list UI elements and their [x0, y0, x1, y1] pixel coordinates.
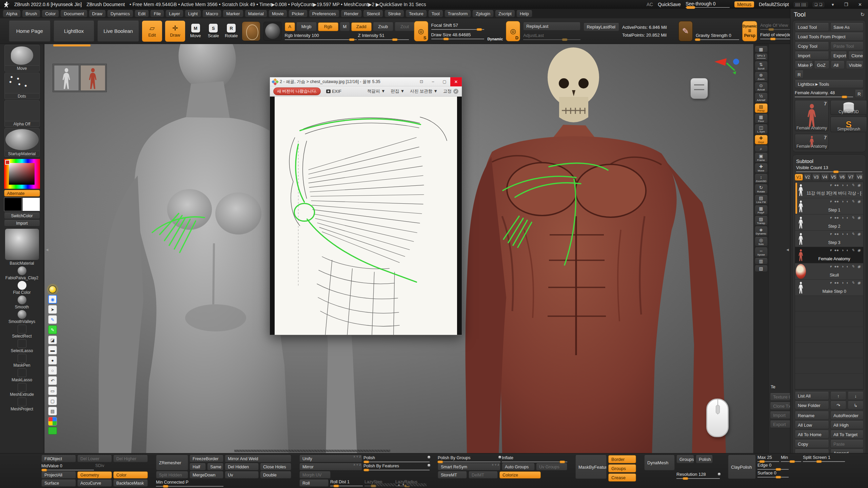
subtool-version-tab[interactable]: V2 [804, 174, 812, 181]
auto-groups-button[interactable]: Auto Groups [502, 463, 535, 470]
menu-item[interactable]: Stroke [384, 10, 404, 17]
quick-pick-item[interactable]: SelectLasso [3, 339, 41, 353]
visible-count-slider[interactable]: Visible Count 13 [796, 165, 862, 172]
subtool-version-tab[interactable]: V6 [838, 174, 846, 181]
accucurve-button[interactable]: AccuCurve [77, 480, 112, 487]
project-all-button[interactable]: ProjectAll [41, 471, 76, 479]
surface-slider[interactable]: Surface 0 [757, 471, 789, 477]
current-material-thumbnail[interactable] [263, 22, 281, 41]
right-shelf-button[interactable]: SPix 3 [755, 54, 768, 60]
merge-down-button[interactable]: MergeDown [190, 471, 223, 479]
right-shelf-button[interactable]: ▩ [755, 46, 768, 53]
honeyview-window[interactable]: 2 - 쇄골, 가슴 > chest_cutaway.jpg [12/16] -… [270, 77, 462, 335]
freeze-border-button[interactable]: FreezeBorder [190, 455, 223, 462]
subtool-action-button[interactable]: All Low [795, 421, 829, 429]
subtool-item[interactable]: ▾ ●● ◑ ◐ ✎ ◉ Step 2 [795, 215, 863, 231]
claypolish-max-slider[interactable]: Max 25 [757, 455, 779, 462]
tool-action-button[interactable]: Make PolyMesh3D [795, 61, 813, 69]
menu-item[interactable]: Stencil [363, 10, 383, 17]
subtool-action-button[interactable]: AutoReorder [830, 411, 864, 420]
pen-strip-tool[interactable]: ▭ [48, 386, 57, 395]
mask-by-feature-button[interactable]: MaskByFeature [575, 455, 607, 479]
left-collapse-arrow[interactable]: ◄ [45, 247, 49, 252]
viewer-minimize-button[interactable]: – [427, 77, 439, 86]
subtool-list-action[interactable]: ↓ [848, 392, 864, 400]
polish-radio[interactable] [428, 456, 430, 459]
tool-name-slider[interactable]: Female Anatomy. 48 [795, 90, 853, 97]
split-hidden-button[interactable]: Split Hidden [156, 471, 188, 479]
gravity-strength-slider[interactable]: Gravity Strength 0 [696, 33, 739, 40]
menu-item[interactable]: Light [185, 10, 201, 17]
reference-thumbnails[interactable] [53, 64, 107, 92]
home-page-button[interactable]: Home Page [9, 21, 51, 42]
claypolish-button[interactable]: ClayPolish [728, 455, 756, 479]
split-screen-slider[interactable]: Split Screen 1 [803, 455, 845, 462]
edit-mode-button[interactable]: ▱ Edit [142, 21, 162, 42]
switch-color-button[interactable]: SwitchColor [4, 212, 40, 219]
polish-by-features-slider[interactable]: Polish By Features [363, 463, 430, 470]
subtool-version-tab[interactable]: V4 [821, 174, 829, 181]
viewer-close-button[interactable]: ✕ [450, 77, 462, 86]
menu-item[interactable]: Help [516, 10, 532, 17]
dynamesh-button[interactable]: DynaMesh [644, 455, 675, 470]
pen-strip-tool[interactable]: ✎ [48, 315, 57, 324]
quicksave-button[interactable]: QuickSave [658, 2, 681, 7]
subtool-version-tab[interactable]: V3 [812, 174, 820, 181]
menu-item[interactable]: Macro [202, 10, 221, 17]
minimize-button[interactable]: ▾ [829, 2, 837, 7]
roll-button[interactable]: Roll [299, 480, 329, 487]
canvas-bottom-scroll[interactable] [234, 450, 390, 452]
edge-slider[interactable]: Edge 0 [757, 463, 789, 470]
quick-pick-item[interactable]: Smooth [3, 296, 41, 309]
secondary-color-swatch[interactable] [22, 198, 40, 211]
subtool-list-action[interactable]: ↳ [848, 401, 864, 409]
subtool-version-tab[interactable]: V5 [830, 174, 838, 181]
mirror-and-weld-button[interactable]: Mirror And Weld [225, 455, 291, 462]
texture-sliver-button[interactable]: Export [770, 421, 790, 428]
dynamesh-groups-button[interactable]: Groups [676, 455, 694, 463]
reference-thumb-anatomy[interactable] [80, 65, 105, 91]
colorize-button[interactable]: Colorize [499, 471, 541, 479]
current-brush-thumbnail[interactable] [242, 21, 260, 41]
focal-shift-slider[interactable]: Focal Shift 57 [431, 23, 485, 30]
close-holes-button[interactable]: Close Holes [260, 463, 291, 470]
right-shelf-button[interactable]: ✚ Move [755, 163, 768, 173]
menu-item[interactable]: Tool [428, 10, 443, 17]
menu-item[interactable]: Document [60, 10, 87, 17]
menu-item[interactable]: Marker [223, 10, 243, 17]
subtool-action-button[interactable]: Paste [830, 440, 864, 448]
mode-toggle[interactable]: A [285, 22, 295, 31]
right-shelf-button[interactable]: ▦ PolyF [755, 205, 768, 215]
color-picker[interactable] [4, 159, 40, 189]
smart-resym-button[interactable]: Smart ReSymX Y Z [438, 463, 500, 470]
inflate-slider[interactable]: Inflate [502, 455, 567, 462]
rgb-intensity-slider[interactable]: Rgb Intensity 100 [285, 33, 357, 40]
panel-collapse-arrow[interactable]: ◄ [786, 247, 790, 252]
pbg-radio[interactable] [498, 456, 501, 459]
subtool-header[interactable]: Subtool [795, 158, 864, 165]
quick-pick-item[interactable]: MaskPen [3, 354, 41, 368]
pen-strip-tool[interactable]: ↶ [48, 376, 57, 385]
right-shelf-button[interactable]: ½ AAHalf [755, 93, 768, 102]
pen-strip-tool[interactable]: ● [48, 356, 57, 365]
zremesher-button[interactable]: ZRemesher [156, 455, 188, 470]
mode-toggle[interactable]: Rgb [318, 22, 338, 31]
mode-toggle[interactable]: Zcut [395, 22, 415, 31]
subtool-list-action[interactable]: List All [795, 392, 829, 400]
move-mode-button[interactable]: M Move [188, 24, 203, 38]
simplebrush-tool[interactable]: S SimpleBrush [830, 117, 867, 132]
quick-pick-item[interactable]: SelectRect [3, 325, 41, 339]
previous-tool-thumbnail[interactable]: 7 Female Anatomy [795, 134, 829, 149]
del-mt-button[interactable]: DelMT [469, 471, 498, 479]
basic-material-label[interactable]: BasicMaterial [9, 261, 34, 266]
half-button[interactable]: Half [190, 463, 206, 470]
focal-shift-icon-button[interactable]: ◎S [414, 21, 428, 41]
mode-toggle[interactable]: Mrgb [296, 22, 317, 31]
replay-last-button[interactable]: ReplayLast [523, 22, 580, 30]
viewer-maximize-button[interactable]: ▢ [439, 77, 450, 86]
tool-action-button[interactable]: Export [830, 52, 847, 60]
pen-strip-tool[interactable]: ➤ [48, 305, 57, 314]
right-shelf-button[interactable]: ▤ Persp [755, 103, 768, 113]
subtool-item[interactable]: ▾ ●● ◑ ◐ ✎ ◉ Female Anatomy [795, 247, 863, 263]
menu-item[interactable]: Alpha [3, 10, 21, 17]
